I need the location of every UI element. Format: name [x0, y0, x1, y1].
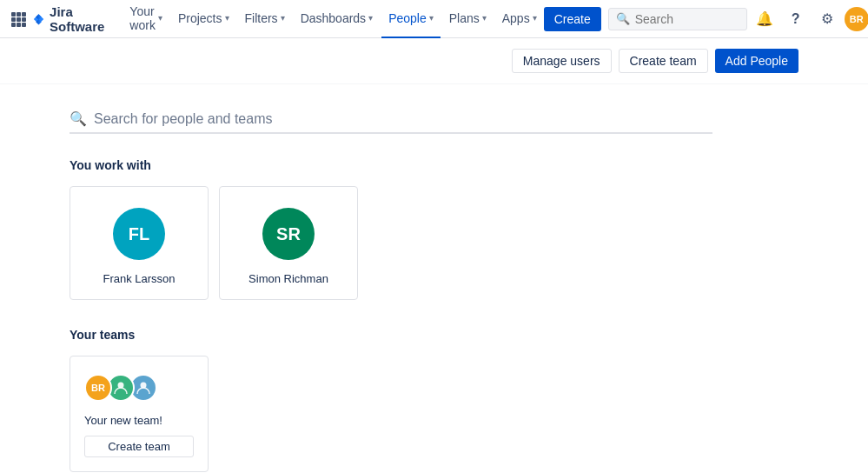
settings-button[interactable]: ⚙: [813, 5, 841, 33]
team-name: Your new team!: [84, 414, 194, 427]
chevron-down-icon: ▾: [281, 13, 285, 23]
svg-rect-4: [17, 17, 21, 22]
create-team-button[interactable]: Create team: [619, 49, 708, 73]
notifications-button[interactable]: 🔔: [751, 5, 779, 33]
chevron-down-icon: ▾: [225, 13, 229, 23]
navbar: Jira Software Your work ▾ Projects ▾ Fil…: [0, 0, 868, 38]
team-avatars: BR: [84, 374, 194, 402]
your-teams-title: Your teams: [70, 328, 712, 342]
nav-people[interactable]: People ▾: [381, 0, 441, 38]
you-work-with-title: You work with: [70, 158, 712, 172]
nav-links: Your work ▾ Projects ▾ Filters ▾ Dashboa…: [123, 0, 543, 38]
nav-plans[interactable]: Plans ▾: [442, 0, 494, 38]
simon-name: Simon Richman: [248, 272, 328, 285]
search-input[interactable]: [635, 12, 739, 26]
person-card-frank[interactable]: FL Frank Larsson: [70, 186, 209, 300]
search-icon: 🔍: [616, 12, 630, 25]
logo-text: Jira Software: [50, 4, 109, 34]
help-icon: ?: [792, 11, 800, 27]
apps-grid-icon[interactable]: [10, 11, 26, 27]
nav-apps[interactable]: Apps ▾: [495, 0, 544, 38]
nav-dashboards[interactable]: Dashboards ▾: [294, 0, 381, 38]
user-avatar[interactable]: BR: [845, 7, 868, 31]
people-search-input[interactable]: [94, 111, 712, 127]
you-work-with-section: You work with FL Frank Larsson SR Simon …: [70, 158, 712, 300]
team-card-new[interactable]: BR: [70, 356, 209, 472]
svg-rect-5: [22, 17, 26, 22]
chevron-down-icon: ▾: [533, 13, 537, 23]
svg-rect-8: [22, 23, 26, 27]
nav-your-work[interactable]: Your work ▾: [123, 0, 169, 38]
add-people-button[interactable]: Add People: [715, 49, 798, 73]
svg-rect-1: [17, 12, 21, 17]
svg-rect-2: [22, 12, 26, 17]
nav-projects[interactable]: Projects ▾: [171, 0, 236, 38]
manage-users-button[interactable]: Manage users: [512, 49, 612, 73]
action-bar: Manage users Create team Add People: [0, 38, 868, 84]
people-search-bar[interactable]: 🔍: [70, 105, 712, 134]
bell-icon: 🔔: [756, 10, 773, 27]
gear-icon: ⚙: [821, 10, 833, 27]
person-card-simon[interactable]: SR Simon Richman: [219, 186, 358, 300]
nav-right-actions: 🔍 🔔 ? ⚙ BR: [608, 5, 868, 33]
svg-rect-7: [17, 23, 21, 27]
main-content: 🔍 You work with FL Frank Larsson SR Simo…: [0, 84, 782, 473]
jira-logo[interactable]: Jira Software: [33, 4, 109, 34]
svg-rect-6: [11, 23, 16, 27]
your-teams-section: Your teams BR: [70, 328, 712, 472]
chevron-down-icon: ▾: [482, 13, 487, 23]
team-avatar-br: BR: [84, 374, 112, 402]
search-icon: 🔍: [70, 110, 87, 127]
svg-rect-3: [11, 17, 16, 22]
nav-filters[interactable]: Filters ▾: [238, 0, 292, 38]
create-button[interactable]: Create: [544, 7, 601, 31]
chevron-down-icon: ▾: [158, 13, 162, 23]
chevron-down-icon: ▾: [429, 13, 434, 23]
people-grid: FL Frank Larsson SR Simon Richman: [70, 186, 712, 300]
frank-name: Frank Larsson: [103, 272, 175, 285]
frank-avatar: FL: [113, 208, 165, 260]
svg-rect-0: [11, 12, 16, 17]
global-search[interactable]: 🔍: [608, 8, 747, 30]
chevron-down-icon: ▾: [368, 13, 373, 23]
team-create-button[interactable]: Create team: [84, 436, 194, 457]
simon-avatar: SR: [262, 208, 315, 260]
help-button[interactable]: ?: [782, 5, 810, 33]
teams-grid: BR: [70, 356, 712, 472]
